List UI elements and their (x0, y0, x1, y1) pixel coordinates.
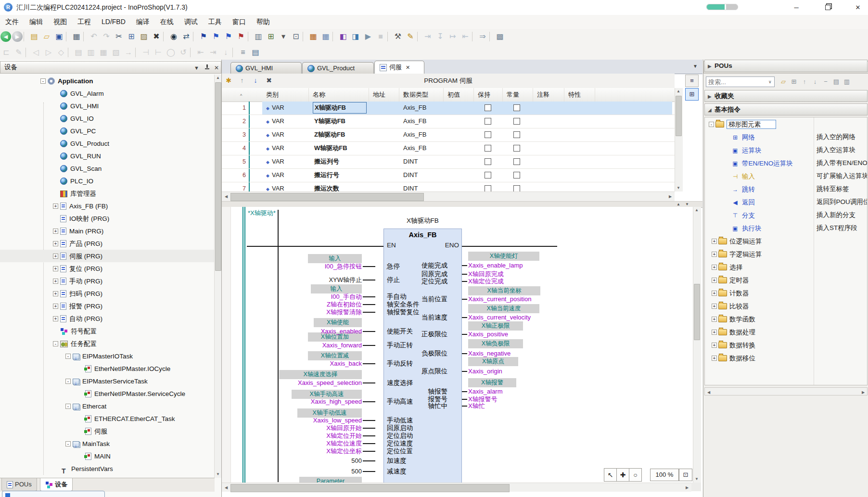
device-tree-item[interactable]: GVL_PC (0, 125, 215, 137)
input-operand[interactable]: 500 (351, 468, 362, 475)
zoom-tool-button[interactable]: ○ (629, 468, 642, 482)
device-tree-item[interactable]: +自动 (PRG) (0, 312, 215, 325)
scroll-down-icon[interactable]: ▼ (215, 471, 221, 478)
var-comment[interactable] (533, 182, 564, 191)
edit-doc-icon[interactable]: ▥ (842, 76, 852, 87)
var-address[interactable] (369, 128, 399, 141)
expander-icon[interactable]: + (53, 254, 58, 259)
remove-icon[interactable]: − (820, 76, 831, 87)
var-attribute[interactable] (564, 102, 595, 115)
splitter-collapse-icons[interactable]: ▲ ▼ (677, 202, 691, 206)
persist-checkbox[interactable] (485, 104, 491, 111)
expander-icon[interactable]: - (709, 122, 714, 127)
textual-view-button[interactable]: ≡ (685, 75, 699, 87)
toolbox-item[interactable]: ▣执行块插入ST程序段 (705, 221, 867, 234)
device-tree-item[interactable]: 符号配置 (0, 325, 215, 337)
pan-tool-button[interactable]: ✚ (616, 468, 629, 482)
delete-declaration-icon[interactable]: ✖ (263, 75, 275, 86)
expander-icon[interactable] (78, 391, 83, 396)
constant-checkbox[interactable] (513, 172, 520, 178)
output-operand[interactable]: X轴忙 (468, 402, 485, 410)
input-operand[interactable]: XYW轴停止 (329, 276, 362, 284)
delete-icon[interactable]: ✖ (151, 31, 162, 42)
toolbar-icon[interactable] (303, 32, 306, 41)
open-project-icon[interactable]: ▱ (41, 31, 52, 42)
persist-checkbox[interactable] (485, 185, 491, 191)
toolbar-icon[interactable] (387, 32, 391, 41)
constant-checkbox[interactable] (513, 145, 520, 152)
expander-icon[interactable]: + (712, 265, 717, 270)
cut-icon[interactable]: ✂ (113, 31, 125, 42)
zoom-level[interactable]: 100 % (650, 469, 679, 481)
toolbox-item[interactable]: ⊤分支插入新的分支 (705, 208, 867, 221)
chevron-down-icon[interactable]: ▼ (194, 64, 199, 71)
var-comment[interactable] (533, 155, 564, 168)
input-operand[interactable]: Z轴在初始位 (327, 301, 362, 308)
rebuild-icon[interactable]: ▦ (320, 31, 332, 42)
device-tree-item[interactable]: GVL_Scan (0, 162, 215, 175)
var-comment[interactable] (533, 142, 564, 155)
operand-comment-box[interactable]: 输入 (311, 284, 362, 293)
expander-icon[interactable] (53, 329, 58, 334)
expander-icon[interactable] (53, 103, 58, 109)
expander-icon[interactable]: + (712, 304, 717, 309)
input-operand[interactable]: Xaxis_high_speed (311, 398, 362, 406)
device-tree-item[interactable]: +扫码 (PRG) (0, 287, 215, 300)
expander-icon[interactable] (78, 366, 83, 371)
expander-icon[interactable] (53, 216, 58, 221)
expander-icon[interactable]: + (53, 291, 58, 296)
move-down-icon[interactable]: ↓ (810, 76, 820, 87)
expander-icon[interactable]: + (712, 317, 717, 322)
ld-down-icon[interactable]: ↓ (220, 47, 231, 58)
output-operand[interactable]: Xaxis_positive (468, 331, 508, 338)
editor-horizontal-scrollbar[interactable]: ◀ ▶ (222, 483, 691, 492)
ld-right-icon[interactable]: ⇥ (207, 47, 219, 58)
expander-icon[interactable] (53, 141, 58, 146)
bookmark-next-icon[interactable]: ⚑ (210, 31, 222, 42)
var-name[interactable]: W轴驱动FB (313, 142, 366, 154)
var-name[interactable]: 搬运次数 (313, 182, 366, 191)
expander-icon[interactable]: - (65, 354, 71, 359)
toolbar-icon[interactable] (24, 32, 27, 41)
搬运行号[interactable]: 6VAR搬运行号DINT (222, 169, 675, 182)
var-attribute[interactable] (564, 115, 595, 128)
copy-icon[interactable]: ⊞ (126, 31, 137, 42)
collapse-caret-icon[interactable]: ^ (240, 89, 242, 102)
constant-checkbox[interactable] (513, 131, 520, 138)
column-header[interactable]: 数据类型 (399, 88, 444, 102)
operand-comment-box[interactable]: X轴位置减 (308, 351, 362, 360)
var-type[interactable]: DINT (399, 182, 444, 191)
var-attribute[interactable] (564, 155, 595, 168)
var-type[interactable]: Axis_FB (399, 102, 444, 115)
var-address[interactable] (369, 142, 399, 155)
list-icon[interactable]: ▩ (494, 31, 506, 42)
section-basic-instructions[interactable]: ◢基本指令 (704, 103, 868, 115)
operand-comment-box[interactable]: 输入 (308, 254, 362, 263)
output-operand[interactable]: Xaxis_origin (468, 368, 502, 375)
network-comment[interactable]: *X轴驱动* (248, 209, 276, 217)
move-up-icon[interactable]: ↑ (236, 75, 248, 86)
menu-item[interactable]: 在线 (155, 15, 179, 29)
input-operand[interactable]: X轴定位坐标 (326, 447, 362, 455)
input-operand[interactable]: X轴定位速度 (326, 440, 362, 447)
expander-icon[interactable] (724, 135, 729, 140)
menu-item[interactable]: 编译 (131, 15, 155, 29)
expander-icon[interactable] (78, 454, 83, 459)
toolbox-item[interactable]: ◀返回返回到POU调用位 (705, 195, 867, 208)
search-dropdown-icon[interactable]: ∨ (768, 79, 772, 84)
menu-item[interactable]: 视图 (48, 15, 72, 29)
var-init[interactable] (444, 155, 474, 168)
close-icon[interactable]: ✕ (214, 64, 219, 71)
search-input[interactable] (706, 76, 775, 87)
expander-icon[interactable] (53, 153, 58, 159)
W轴驱动FB[interactable]: 4VARW轴驱动FBAxis_FB (222, 142, 675, 155)
insert-icon[interactable]: ⊞ (789, 76, 799, 87)
var-attribute[interactable] (564, 142, 595, 155)
var-type[interactable]: DINT (399, 169, 444, 182)
folder-icon[interactable]: ▱ (778, 76, 789, 87)
scroll-down-icon[interactable]: ▼ (694, 476, 700, 483)
zoom-fit-button[interactable]: ⊡ (679, 469, 692, 481)
column-header[interactable]: 注释 (533, 88, 564, 102)
output-operand[interactable]: Xaxis_enable_lamp (468, 262, 523, 269)
fbd-network-editor[interactable]: *X轴驱动* X轴驱动FB Axis_FB EN ENO 输入输入X轴使能X轴位… (222, 207, 693, 483)
